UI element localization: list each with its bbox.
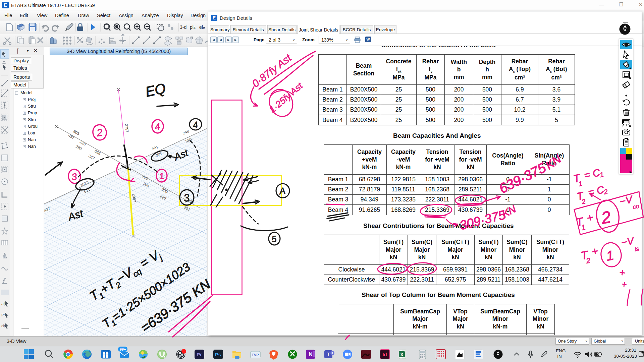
svg-text:387: 387 [88,154,96,161]
svg-text:IN: IN [557,354,562,359]
svg-text:220: 220 [79,140,87,146]
svg-text:991: 991 [151,145,159,151]
svg-text:Pr: Pr [197,352,202,357]
svg-text:Ps: Ps [215,352,221,357]
svg-text:437: 437 [68,133,75,140]
svg-text:248: 248 [182,129,190,135]
svg-text:X: X [400,352,404,357]
svg-text:666: 666 [94,149,102,156]
svg-text:99+: 99+ [120,347,126,351]
svg-text:pla: pla [190,24,196,30]
svg-text:805: 805 [73,129,80,136]
svg-text:3-d: 3-d [180,24,186,30]
svg-text:30-05-2023: 30-05-2023 [614,354,637,359]
svg-text:T: T [327,352,330,357]
svg-text:Id: Id [382,352,387,357]
svg-text:N: N [309,352,313,357]
svg-text:TVP: TVP [252,353,259,357]
svg-text:23:31: 23:31 [625,348,636,353]
svg-text:2797: 2797 [124,124,129,133]
svg-text:280: 280 [75,144,83,151]
svg-text:ele: ele [199,24,205,30]
svg-text:ENG: ENG [556,348,566,353]
